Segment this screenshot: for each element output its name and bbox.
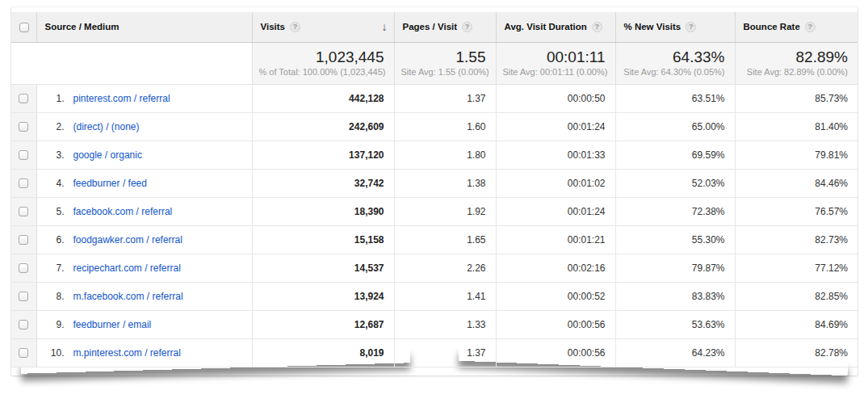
column-label: Source / Medium — [45, 22, 120, 31]
avg-visit-duration-cell: 00:02:16 — [496, 254, 615, 282]
table-row: 2.(direct) / (none) 242,609 1.60 00:01:2… — [11, 112, 858, 141]
bounce-rate-cell: 77.12% — [735, 254, 858, 282]
totals-visits-subtext: % of Total: 100.00% (1,023,445) — [259, 67, 384, 77]
row-checkbox[interactable] — [19, 263, 28, 273]
column-label: Bounce Rate — [744, 22, 800, 31]
row-checkbox[interactable] — [19, 94, 28, 103]
header-row: Source / Medium Visits ? ↓ Pages / Visit… — [11, 12, 858, 42]
avg-visit-duration-cell: 00:01:24 — [496, 112, 615, 141]
visits-cell: 442,128 — [252, 84, 394, 112]
column-label: Visits — [261, 22, 285, 31]
bounce-rate-cell: 81.40% — [735, 112, 858, 141]
row-checkbox[interactable] — [19, 150, 28, 160]
pages-per-visit-cell: 1.37 — [394, 338, 496, 367]
visits-cell: 8,019 — [252, 338, 394, 367]
column-header-bounce-rate[interactable]: Bounce Rate ? — [735, 12, 858, 42]
column-header-pages-per-visit[interactable]: Pages / Visit ? — [394, 12, 496, 42]
column-label: Pages / Visit — [403, 22, 458, 31]
row-checkbox[interactable] — [19, 292, 28, 301]
row-checkbox[interactable] — [19, 348, 28, 358]
row-rank: 5. — [45, 206, 65, 217]
table-row: 4.feedburner / feed 32,742 1.38 00:01:02… — [11, 169, 858, 197]
pct-new-visits-cell: 64.23% — [615, 338, 735, 367]
pct-new-visits-cell: 69.59% — [615, 141, 735, 169]
column-header-visits[interactable]: Visits ? ↓ — [252, 12, 394, 42]
totals-source-cell — [36, 42, 252, 84]
row-rank: 8. — [45, 291, 65, 302]
pages-per-visit-cell: 2.26 — [394, 254, 496, 282]
row-checkbox-cell — [11, 282, 36, 310]
totals-bounce-rate: 82.89% Site Avg: 82.89% (0.00%) — [735, 42, 858, 84]
source-medium-link[interactable]: google / organic — [73, 149, 142, 161]
pct-new-visits-cell: 83.83% — [615, 282, 735, 310]
totals-bounce-value: 82.89% — [742, 48, 849, 66]
pages-per-visit-cell: 1.60 — [394, 112, 496, 141]
row-checkbox-cell — [11, 197, 36, 225]
source-medium-link[interactable]: m.pinterest.com / referral — [73, 347, 181, 359]
source-medium-link[interactable]: feedburner / email — [73, 319, 152, 330]
visits-cell: 137,120 — [252, 141, 394, 169]
totals-new-value: 64.33% — [623, 48, 725, 66]
avg-visit-duration-cell: 00:01:24 — [496, 197, 615, 225]
row-rank: 7. — [45, 262, 65, 274]
help-icon[interactable]: ? — [686, 22, 696, 32]
row-rank: 6. — [45, 234, 65, 246]
row-checkbox[interactable] — [19, 122, 28, 132]
avg-visit-duration-cell: 00:00:56 — [496, 338, 615, 367]
visits-cell: 13,924 — [252, 282, 394, 310]
pct-new-visits-cell: 55.30% — [615, 225, 735, 254]
pct-new-visits-cell: 72.38% — [615, 197, 735, 225]
totals-pct-new-visits: 64.33% Site Avg: 64.30% (0.05%) — [615, 42, 735, 84]
select-all-header — [11, 12, 36, 42]
bounce-rate-cell: 79.81% — [735, 141, 858, 169]
row-checkbox[interactable] — [19, 207, 28, 216]
bounce-rate-cell: 85.73% — [735, 84, 858, 112]
source-medium-link[interactable]: feedburner / feed — [73, 178, 147, 189]
pct-new-visits-cell: 63.51% — [615, 84, 735, 112]
totals-new-subtext: Site Avg: 64.30% (0.05%) — [623, 67, 725, 77]
source-medium-cell: 10.m.pinterest.com / referral — [36, 338, 252, 367]
source-medium-link[interactable]: m.facebook.com / referral — [73, 291, 183, 302]
totals-visits: 1,023,445 % of Total: 100.00% (1,023,445… — [252, 42, 394, 84]
row-checkbox[interactable] — [19, 235, 28, 245]
source-medium-cell: 7.recipechart.com / referral — [36, 254, 252, 282]
help-icon[interactable]: ? — [462, 22, 472, 32]
row-checkbox[interactable] — [19, 178, 28, 188]
row-checkbox[interactable] — [19, 320, 28, 330]
row-checkbox-cell — [11, 254, 36, 282]
row-checkbox-cell — [11, 310, 36, 338]
row-checkbox-cell — [11, 225, 36, 254]
source-medium-cell: 9.feedburner / email — [36, 310, 252, 338]
totals-avg-visit-duration: 00:01:11 Site Avg: 00:01:11 (0.00%) — [496, 42, 615, 84]
table-row: 7.recipechart.com / referral 14,537 2.26… — [11, 254, 858, 282]
source-medium-link[interactable]: (direct) / (none) — [73, 121, 140, 132]
table-row: 6.foodgawker.com / referral 15,158 1.65 … — [11, 225, 858, 254]
avg-visit-duration-cell: 00:00:52 — [496, 282, 615, 310]
source-medium-link[interactable]: pinterest.com / referral — [73, 93, 170, 104]
avg-visit-duration-cell: 00:00:56 — [496, 310, 615, 338]
column-header-pct-new-visits[interactable]: % New Visits ? — [615, 12, 735, 42]
bounce-rate-cell: 84.46% — [735, 169, 858, 197]
totals-checkbox-cell — [11, 42, 36, 84]
column-header-avg-visit-duration[interactable]: Avg. Visit Duration ? — [496, 12, 615, 42]
source-medium-link[interactable]: foodgawker.com / referral — [73, 234, 182, 246]
table-row: 3.google / organic 137,120 1.80 00:01:33… — [11, 141, 858, 169]
help-icon[interactable]: ? — [805, 22, 816, 32]
source-medium-link[interactable]: recipechart.com / referral — [73, 262, 181, 274]
source-medium-table: Source / Medium Visits ? ↓ Pages / Visit… — [11, 12, 858, 367]
table-row: 9.feedburner / email 12,687 1.33 00:00:5… — [11, 310, 858, 338]
help-icon[interactable]: ? — [592, 22, 602, 32]
visits-cell: 242,609 — [252, 112, 394, 141]
bounce-rate-cell: 82.78% — [735, 338, 858, 367]
visits-cell: 14,537 — [252, 254, 394, 282]
source-medium-link[interactable]: facebook.com / referral — [73, 206, 173, 217]
pages-per-visit-cell: 1.41 — [394, 282, 496, 310]
select-all-checkbox[interactable] — [19, 23, 29, 32]
column-label: Avg. Visit Duration — [505, 22, 587, 31]
totals-pages-subtext: Site Avg: 1.55 (0.00%) — [401, 67, 486, 77]
column-header-source-medium[interactable]: Source / Medium — [36, 12, 252, 42]
help-icon[interactable]: ? — [290, 22, 300, 32]
pct-new-visits-cell: 53.63% — [615, 310, 735, 338]
source-medium-cell: 6.foodgawker.com / referral — [36, 225, 252, 254]
avg-visit-duration-cell: 00:01:21 — [496, 225, 615, 254]
